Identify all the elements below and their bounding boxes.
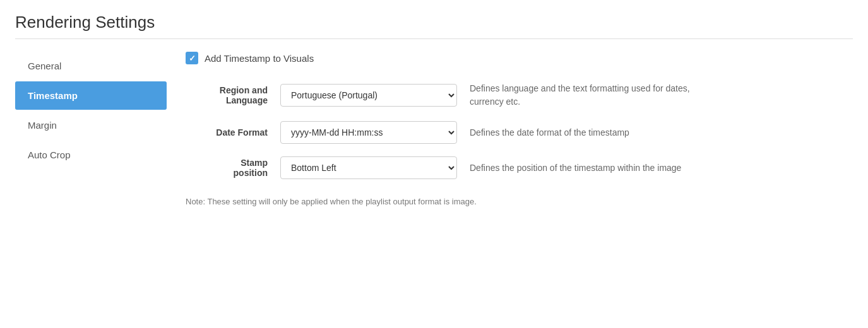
note-text: Note: These setting will only be applied…: [186, 197, 477, 206]
add-timestamp-checkbox[interactable]: ✓: [186, 52, 198, 64]
page-title: Rendering Settings: [15, 13, 853, 32]
sidebar-item-margin[interactable]: Margin: [15, 111, 167, 139]
stamp-position-row: Stampposition Bottom Left Bottom Right T…: [186, 156, 834, 179]
main-content: ✓ Add Timestamp to Visuals Region andLan…: [167, 52, 853, 206]
region-language-select[interactable]: Portuguese (Portugal) English (US) Engli…: [280, 84, 457, 107]
date-format-description: Defines the date format of the timestamp: [470, 126, 710, 139]
sidebar-item-timestamp[interactable]: Timestamp: [15, 81, 167, 110]
region-language-label: Region andLanguage: [186, 85, 268, 105]
timestamp-checkbox-row: ✓ Add Timestamp to Visuals: [186, 52, 834, 64]
sidebar-item-auto-crop[interactable]: Auto Crop: [15, 141, 167, 169]
page-wrapper: Rendering Settings General Timestamp Mar…: [0, 0, 868, 219]
sidebar-item-general[interactable]: General: [15, 52, 167, 80]
checkmark-icon: ✓: [189, 54, 196, 63]
stamp-position-select[interactable]: Bottom Left Bottom Right Top Left Top Ri…: [280, 156, 457, 179]
add-timestamp-label[interactable]: Add Timestamp to Visuals: [205, 53, 314, 64]
date-format-control: yyyy-MM-dd HH:mm:ss MM/dd/yyyy HH:mm:ss …: [280, 121, 457, 144]
stamp-position-description: Defines the position of the timestamp wi…: [470, 161, 710, 175]
stamp-position-control: Bottom Left Bottom Right Top Left Top Ri…: [280, 156, 457, 179]
divider: [15, 38, 853, 39]
date-format-row: Date Format yyyy-MM-dd HH:mm:ss MM/dd/yy…: [186, 121, 834, 144]
settings-rows: Region andLanguage Portuguese (Portugal)…: [186, 82, 834, 179]
region-language-description: Defines language and the text formatting…: [470, 82, 710, 108]
content-layout: General Timestamp Margin Auto Crop ✓ Add…: [15, 52, 853, 206]
date-format-select[interactable]: yyyy-MM-dd HH:mm:ss MM/dd/yyyy HH:mm:ss …: [280, 121, 457, 144]
sidebar: General Timestamp Margin Auto Crop: [15, 52, 167, 206]
note-row: Note: These setting will only be applied…: [186, 197, 834, 206]
date-format-label: Date Format: [186, 127, 268, 138]
region-language-control: Portuguese (Portugal) English (US) Engli…: [280, 84, 457, 107]
region-language-row: Region andLanguage Portuguese (Portugal)…: [186, 82, 834, 108]
stamp-position-label: Stampposition: [186, 158, 268, 178]
